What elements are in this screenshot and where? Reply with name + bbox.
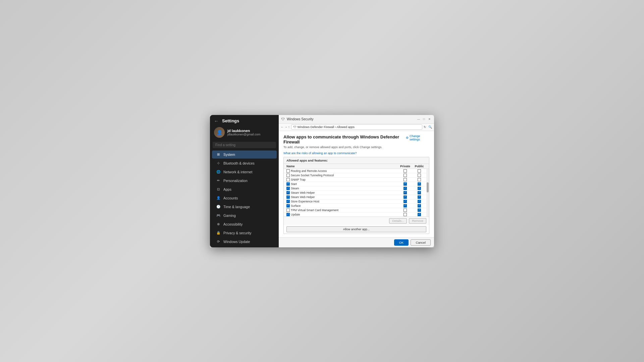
nav-item-personalization[interactable]: ✏ Personalization <box>212 177 277 185</box>
maximize-button[interactable]: □ <box>422 117 426 121</box>
row-public <box>412 169 426 173</box>
table-row[interactable]: TPM Virtual Smart Card Management <box>284 208 429 213</box>
row-name: Start <box>286 182 398 186</box>
public-checkbox[interactable] <box>418 200 421 203</box>
up-arrow[interactable]: ↑ <box>288 125 290 129</box>
nav-item-time[interactable]: 🕐 Time & language <box>212 203 277 211</box>
public-checkbox[interactable] <box>418 213 421 216</box>
row-name: Update <box>286 213 398 216</box>
nav-item-network[interactable]: 🌐 Network & internet <box>212 168 277 176</box>
back-arrow[interactable]: ← <box>281 125 284 129</box>
public-checkbox[interactable] <box>418 174 421 177</box>
public-checkbox[interactable] <box>418 178 421 181</box>
row-name: Steam Web Helper <box>286 195 398 199</box>
private-checkbox[interactable] <box>404 174 407 177</box>
address-box[interactable]: 🛡 Windows Defender Firewall › Allowed ap… <box>291 124 423 130</box>
nav-item-privacy[interactable]: 🔒 Privacy & security <box>212 229 277 237</box>
checkbox[interactable] <box>286 208 290 212</box>
public-checkbox[interactable] <box>418 191 421 194</box>
risk-link[interactable]: What are the risks of allowing an app to… <box>283 152 429 155</box>
table-row[interactable]: Update <box>284 213 429 217</box>
public-checkbox[interactable] <box>418 208 421 212</box>
row-name: Secure Socket Tunneling Protocol <box>286 174 398 177</box>
checkbox[interactable] <box>286 200 290 203</box>
table-row[interactable]: Steam <box>284 186 429 191</box>
user-email: jdlaukkonen@gmail.com <box>227 133 260 136</box>
forward-arrow[interactable]: → <box>284 125 287 129</box>
details-button[interactable]: Details... <box>389 218 407 224</box>
checkbox[interactable] <box>286 178 290 181</box>
nav-item-apps[interactable]: ⊡ Apps <box>212 185 277 193</box>
table-header: Name Private Public <box>284 164 429 169</box>
row-private <box>398 169 412 173</box>
allow-another-button[interactable]: Allow another app... <box>286 226 426 232</box>
nav-label-personalization: Personalization <box>223 179 248 183</box>
table-row[interactable]: SNMP Trap <box>284 178 429 182</box>
private-checkbox[interactable] <box>404 187 407 190</box>
close-button[interactable]: ✕ <box>427 117 431 121</box>
checkbox[interactable] <box>286 169 290 173</box>
row-name: SNMP Trap <box>286 178 398 181</box>
nav-item-accounts[interactable]: 👤 Accounts <box>212 194 277 202</box>
public-checkbox[interactable] <box>418 204 421 207</box>
private-checkbox[interactable] <box>404 191 407 194</box>
minimize-button[interactable]: — <box>417 117 421 121</box>
nav-item-update[interactable]: ⟳ Windows Update <box>212 238 277 246</box>
nav-item-bluetooth[interactable]: ⊹ Bluetooth & devices <box>212 159 277 167</box>
table-row[interactable]: Routing and Remote Access <box>284 169 429 173</box>
row-public <box>412 208 426 212</box>
nav-item-accessibility[interactable]: ⊛ Accessibility <box>212 220 277 228</box>
system-icon: ⊞ <box>216 152 221 157</box>
checkbox[interactable] <box>286 187 290 190</box>
settings-search-input[interactable] <box>213 142 276 148</box>
remove-button[interactable]: Remove <box>409 218 426 224</box>
row-private <box>398 213 412 216</box>
private-checkbox[interactable] <box>404 178 407 181</box>
checkbox[interactable] <box>286 182 290 186</box>
firewall-title: Windows Security <box>287 117 313 121</box>
table-row[interactable]: Store Experience Host <box>284 199 429 204</box>
ok-button[interactable]: OK <box>394 239 409 246</box>
settings-window: ← Settings 👤 jd laukkonen jdlaukkonen@gm… <box>210 115 279 247</box>
back-button[interactable]: ← <box>214 118 219 124</box>
change-settings-button[interactable]: ⚙ Change settings <box>406 134 429 141</box>
private-checkbox[interactable] <box>404 213 407 216</box>
search-button[interactable]: 🔍 <box>428 125 432 129</box>
nav-item-system[interactable]: ⊞ System <box>212 150 277 159</box>
table-row[interactable]: Steam Web Helper <box>284 191 429 195</box>
checkbox[interactable] <box>286 195 290 199</box>
public-checkbox[interactable] <box>418 182 421 186</box>
cancel-button[interactable]: Cancel <box>411 239 431 246</box>
public-checkbox[interactable] <box>418 169 421 173</box>
public-checkbox[interactable] <box>418 195 421 199</box>
checkbox[interactable] <box>286 174 290 177</box>
table-row[interactable]: Secure Socket Tunneling Protocol <box>284 173 429 178</box>
table-row[interactable]: Surface <box>284 204 429 208</box>
private-checkbox[interactable] <box>404 208 407 212</box>
private-checkbox[interactable] <box>404 182 407 186</box>
col-private: Private <box>398 165 412 168</box>
row-private <box>398 182 412 186</box>
firewall-content: Allow apps to communicate through Window… <box>279 131 434 237</box>
checkbox[interactable] <box>286 204 290 207</box>
row-private <box>398 200 412 203</box>
scrollbar-thumb[interactable] <box>427 182 429 192</box>
refresh-button[interactable]: ↻ <box>424 125 426 129</box>
checkbox[interactable] <box>286 191 290 194</box>
private-checkbox[interactable] <box>404 169 407 173</box>
private-checkbox[interactable] <box>404 195 407 199</box>
row-public <box>412 187 426 190</box>
private-checkbox[interactable] <box>404 200 407 203</box>
apps-icon: ⊡ <box>216 187 221 192</box>
row-public <box>412 191 426 194</box>
nav-item-gaming[interactable]: 🎮 Gaming <box>212 212 277 220</box>
table-row[interactable]: Steam Web Helper <box>284 195 429 199</box>
checkbox[interactable] <box>286 213 290 216</box>
scrollbar[interactable] <box>426 169 429 217</box>
firewall-window: 🛡 Windows Security — □ ✕ ← → ↑ 🛡 <box>279 115 434 247</box>
table-row[interactable]: Start <box>284 182 429 186</box>
row-name: Routing and Remote Access <box>286 169 398 173</box>
public-checkbox[interactable] <box>418 187 421 190</box>
breadcrumb: Windows Defender Firewall › Allowed apps <box>298 125 355 129</box>
private-checkbox[interactable] <box>404 204 407 207</box>
